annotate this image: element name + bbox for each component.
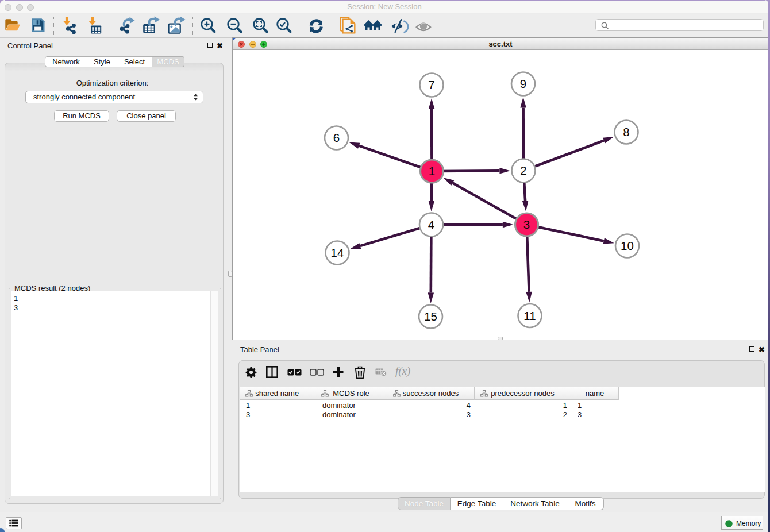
svg-text:10: 10	[621, 239, 634, 252]
svg-text:15: 15	[424, 310, 437, 323]
svg-text:8: 8	[623, 125, 629, 138]
svg-text:11: 11	[523, 309, 536, 322]
svg-text:9: 9	[520, 77, 526, 90]
svg-text:1: 1	[429, 164, 435, 178]
svg-text:4: 4	[428, 218, 434, 231]
svg-text:6: 6	[333, 131, 340, 144]
svg-text:2: 2	[520, 164, 526, 177]
svg-text:7: 7	[428, 78, 434, 91]
svg-text:14: 14	[331, 246, 344, 259]
svg-text:3: 3	[523, 218, 530, 231]
